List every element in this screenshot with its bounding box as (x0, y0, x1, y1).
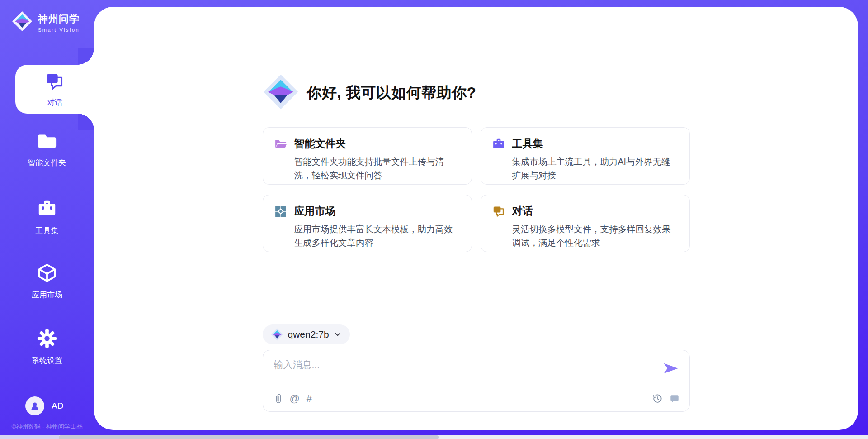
main-panel: 你好, 我可以如何帮助你? 智能文件夹 智能文件夹功能支持批量文件上传与清洗，轻… (94, 7, 858, 430)
composer-toolbar: @ # (274, 386, 679, 411)
paperclip-icon (274, 393, 283, 404)
card-title: 工具集 (512, 137, 543, 151)
chat-bubble-icon (670, 394, 679, 404)
toolbox-icon (37, 198, 57, 221)
cube-icon (37, 262, 57, 285)
feature-cards: 智能文件夹 智能文件夹功能支持批量文件上传与清洗，轻松实现文件问答 工具集 (263, 127, 690, 252)
avatar (25, 396, 44, 415)
card-smart-folder[interactable]: 智能文件夹 智能文件夹功能支持批量文件上传与清洗，轻松实现文件问答 (263, 127, 472, 185)
card-toolbox[interactable]: 工具集 集成市场上主流工具，助力AI与外界无缝扩展与对接 (481, 127, 690, 185)
sidebar-item-app-market[interactable]: 应用市场 (0, 262, 94, 300)
gear-icon (37, 328, 57, 351)
card-description: 应用市场提供丰富长文本模板，助力高效生成多样化文章内容 (294, 222, 461, 249)
scrollbar-thumb[interactable] (59, 435, 439, 439)
sidebar-item-chat[interactable]: 对话 (15, 65, 94, 114)
chevron-down-icon (334, 330, 342, 339)
message-composer: @ # (263, 350, 690, 412)
sidebar-item-toolbox[interactable]: 工具集 (0, 198, 94, 236)
send-icon (663, 363, 679, 374)
model-name: qwen2:7b (288, 329, 329, 340)
message-input[interactable] (274, 358, 654, 384)
chat-icon (492, 205, 505, 218)
model-selector[interactable]: qwen2:7b (263, 324, 350, 344)
sidebar-item-label: 智能文件夹 (28, 157, 66, 168)
brand-logo-diamond-icon (12, 11, 33, 33)
brand-subtitle: Smart Vision (38, 27, 80, 33)
card-description: 灵活切换多模型文件，支持多样回复效果调试，满足个性化需求 (512, 222, 679, 249)
conversation-button[interactable] (670, 394, 679, 404)
sidebar-item-settings[interactable]: 系统设置 (0, 328, 94, 366)
card-title: 智能文件夹 (294, 137, 346, 151)
user-name: AD (52, 401, 63, 411)
brand: 神州问学 Smart Vision (0, 0, 94, 33)
history-icon (652, 394, 662, 404)
sidebar: 神州问学 Smart Vision 对话 智能文件夹 (0, 0, 94, 439)
card-title: 应用市场 (294, 204, 336, 218)
card-description: 集成市场上主流工具，助力AI与外界无缝扩展与对接 (512, 155, 679, 182)
greeting-diamond-logo-icon (263, 74, 299, 112)
attach-file-button[interactable] (274, 393, 283, 404)
user-profile[interactable]: AD (25, 396, 63, 415)
at-icon: @ (290, 393, 300, 405)
card-title: 对话 (512, 204, 533, 218)
card-app-market[interactable]: 应用市场 应用市场提供丰富长文本模板，助力高效生成多样化文章内容 (263, 195, 472, 252)
send-button[interactable] (662, 362, 679, 376)
chat-icon (44, 71, 65, 94)
horizontal-scrollbar[interactable] (59, 435, 868, 439)
folder-icon (37, 130, 57, 153)
folder-open-icon (274, 137, 288, 151)
card-description: 智能文件夹功能支持批量文件上传与清洗，轻松实现文件问答 (294, 155, 461, 182)
sidebar-item-label: 系统设置 (32, 355, 62, 366)
copyright-footer: ©神州数码 · 神州问学出品 (0, 423, 94, 431)
mention-button[interactable]: @ (290, 393, 300, 405)
active-tab-scoop-bottom (78, 114, 94, 130)
sidebar-item-label: 工具集 (36, 225, 59, 236)
greeting-title: 你好, 我可以如何帮助你? (307, 83, 476, 103)
sidebar-item-label: 对话 (47, 97, 62, 108)
hash-icon: # (307, 393, 312, 405)
toolbox-icon (492, 137, 505, 151)
card-chat[interactable]: 对话 灵活切换多模型文件，支持多样回复效果调试，满足个性化需求 (481, 195, 690, 252)
model-diamond-logo-icon (271, 328, 283, 341)
sidebar-item-label: 应用市场 (32, 290, 62, 300)
brand-name: 神州问学 (38, 12, 80, 26)
market-grid-icon (274, 205, 288, 218)
person-icon (29, 401, 40, 411)
history-button[interactable] (652, 394, 662, 404)
active-tab-scoop-top (78, 48, 94, 65)
sidebar-item-smart-folder[interactable]: 智能文件夹 (0, 130, 94, 168)
greeting-row: 你好, 我可以如何帮助你? (263, 74, 690, 112)
topic-button[interactable]: # (307, 393, 312, 405)
